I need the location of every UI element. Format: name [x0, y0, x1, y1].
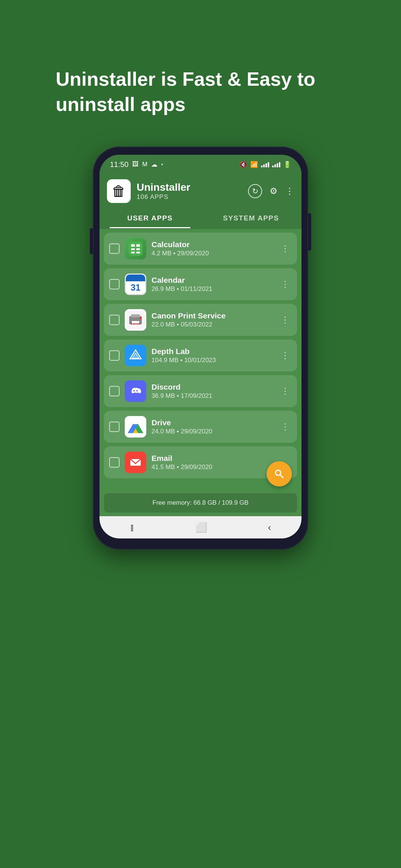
- email-name: Email: [151, 454, 292, 463]
- app-title-block: Uninstaller 106 APPS: [137, 181, 242, 201]
- canon-menu-icon[interactable]: ⋮: [278, 313, 292, 327]
- navigation-bar: ⫿ ⬜ ‹: [100, 516, 301, 538]
- status-left: 11:50 🖼 M ☁ •: [110, 160, 163, 169]
- svg-rect-4: [136, 248, 140, 250]
- email-checkbox[interactable]: [109, 457, 120, 468]
- back-icon[interactable]: ‹: [268, 522, 271, 533]
- svg-rect-9: [131, 314, 140, 317]
- drive-info: Drive 24.0 MB • 29/09/2020: [151, 418, 273, 435]
- app-name-label: Uninstaller: [137, 181, 242, 193]
- canon-icon: Canon: [125, 309, 146, 331]
- drive-checkbox[interactable]: [109, 422, 120, 432]
- gmail-icon: M: [142, 161, 147, 168]
- canon-name: Canon Print Service: [151, 311, 273, 320]
- discord-checkbox[interactable]: [109, 386, 120, 396]
- calculator-meta: 4.2 MB • 29/09/2020: [151, 250, 273, 257]
- depth-info: Depth Lab 104.9 MB • 10/01/2023: [151, 347, 273, 364]
- discord-meta: 36.9 MB • 17/09/2021: [151, 392, 273, 400]
- photo-icon: 🖼: [132, 161, 138, 168]
- calculator-menu-icon[interactable]: ⋮: [278, 242, 292, 255]
- back-stack-icon[interactable]: ⫿: [130, 522, 135, 533]
- list-item: Email 41.5 MB • 29/09/2020: [104, 446, 297, 478]
- refresh-icon[interactable]: ↻: [248, 184, 262, 198]
- hero-title: Uninstaller is Fast & Easy to uninstall …: [56, 67, 345, 117]
- svg-line-24: [280, 475, 283, 478]
- svg-rect-5: [131, 252, 135, 253]
- svg-rect-2: [136, 244, 140, 247]
- battery-icon: 🔋: [283, 161, 291, 168]
- app-list: Calculator 4.2 MB • 29/09/2020 ⋮ 31: [100, 229, 301, 516]
- canon-meta: 22.0 MB • 05/03/2022: [151, 321, 273, 328]
- list-item: 31 Calendar 26.9 MB • 01/11/2021 ⋮: [104, 268, 297, 300]
- drive-name: Drive: [151, 418, 273, 427]
- phone-shell: 11:50 🖼 M ☁ • 🔇 📶: [93, 147, 308, 550]
- free-memory-bar: Free memory: 66.8 GB / 109.9 GB: [104, 493, 297, 512]
- trash-icon: 🗑: [112, 183, 126, 199]
- depth-checkbox[interactable]: [109, 350, 120, 361]
- app-count-label: 106 APPS: [137, 193, 242, 201]
- calendar-menu-icon[interactable]: ⋮: [278, 278, 292, 291]
- overflow-menu-icon[interactable]: ⋮: [285, 186, 294, 196]
- calculator-icon: [125, 238, 146, 259]
- phone-mockup: 11:50 🖼 M ☁ • 🔇 📶: [93, 147, 308, 550]
- discord-icon: [125, 380, 146, 402]
- email-icon: [125, 452, 146, 473]
- dot-indicator: •: [161, 161, 163, 167]
- drive-menu-icon[interactable]: ⋮: [278, 420, 292, 433]
- filter-icon[interactable]: ⚙: [270, 186, 278, 196]
- calendar-meta: 26.9 MB • 01/11/2021: [151, 285, 273, 293]
- home-icon[interactable]: ⬜: [195, 522, 207, 533]
- wifi-icon: 📶: [250, 161, 258, 168]
- tab-user-apps[interactable]: USER APPS: [100, 208, 200, 228]
- app-bar: 🗑 Uninstaller 106 APPS ↻ ⚙ ⋮: [100, 174, 301, 208]
- calendar-checkbox[interactable]: [109, 279, 120, 289]
- list-item: Canon Canon Print Service 22.0 MB • 05/0…: [104, 304, 297, 336]
- svg-rect-3: [131, 248, 135, 250]
- canon-checkbox[interactable]: [109, 315, 120, 325]
- drive-icon: [125, 416, 146, 438]
- list-item: Drive 24.0 MB • 29/09/2020 ⋮: [104, 411, 297, 443]
- discord-menu-icon[interactable]: ⋮: [278, 384, 292, 398]
- svg-rect-6: [136, 252, 140, 253]
- discord-name: Discord: [151, 383, 273, 392]
- depth-meta: 104.9 MB • 10/01/2023: [151, 357, 273, 364]
- calculator-name: Calculator: [151, 240, 273, 249]
- depth-icon: [125, 345, 146, 366]
- cloud-icon: ☁: [151, 161, 157, 168]
- svg-text:Canon: Canon: [131, 322, 140, 325]
- phone-screen: 11:50 🖼 M ☁ • 🔇 📶: [100, 155, 301, 538]
- time-display: 11:50: [110, 160, 128, 169]
- depth-name: Depth Lab: [151, 347, 273, 356]
- calculator-info: Calculator 4.2 MB • 29/09/2020: [151, 240, 273, 257]
- status-right: 🔇 📶 🔋: [239, 161, 291, 168]
- uninstaller-app-icon: 🗑: [107, 179, 131, 203]
- tabs: USER APPS SYSTEM APPS: [100, 208, 301, 229]
- depth-menu-icon[interactable]: ⋮: [278, 349, 292, 362]
- svg-rect-0: [128, 242, 143, 256]
- tab-system-apps[interactable]: SYSTEM APPS: [200, 208, 301, 228]
- app-bar-actions[interactable]: ↻ ⚙ ⋮: [248, 184, 294, 198]
- list-item: Discord 36.9 MB • 17/09/2021 ⋮: [104, 375, 297, 407]
- canon-info: Canon Print Service 22.0 MB • 05/03/2022: [151, 311, 273, 328]
- signal-bars-2: [272, 161, 280, 167]
- calendar-info: Calendar 26.9 MB • 01/11/2021: [151, 276, 273, 293]
- svg-point-11: [139, 317, 141, 319]
- calendar-icon: 31: [125, 273, 146, 295]
- search-fab[interactable]: [267, 461, 292, 487]
- discord-info: Discord 36.9 MB • 17/09/2021: [151, 383, 273, 400]
- list-item: Calculator 4.2 MB • 29/09/2020 ⋮: [104, 233, 297, 265]
- list-item: Depth Lab 104.9 MB • 10/01/2023 ⋮: [104, 340, 297, 371]
- drive-meta: 24.0 MB • 29/09/2020: [151, 428, 273, 435]
- signal-bars: [261, 161, 269, 167]
- status-bar: 11:50 🖼 M ☁ • 🔇 📶: [100, 155, 301, 174]
- calculator-checkbox[interactable]: [109, 243, 120, 254]
- free-memory-text: Free memory: 66.8 GB / 109.9 GB: [108, 497, 293, 509]
- svg-rect-1: [131, 244, 135, 247]
- mute-icon: 🔇: [239, 161, 247, 168]
- calendar-name: Calendar: [151, 276, 273, 285]
